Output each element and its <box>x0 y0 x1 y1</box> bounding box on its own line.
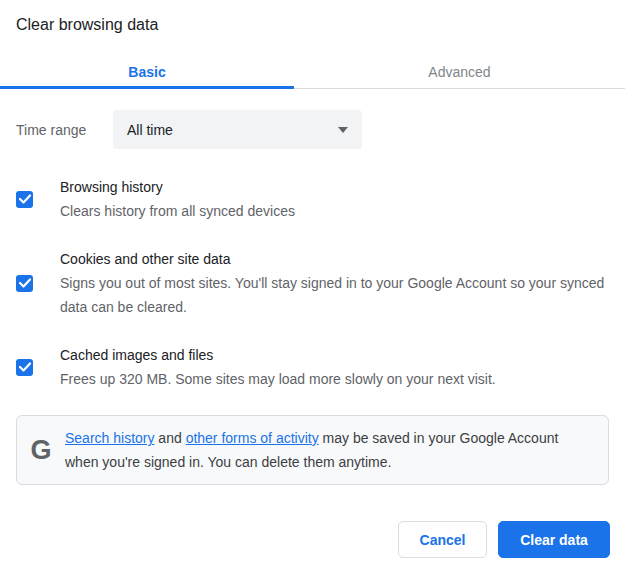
checkmark-icon <box>19 278 31 288</box>
checkbox-label: Cached images and files <box>60 343 609 367</box>
checkbox-row-cookies: Cookies and other site data Signs you ou… <box>16 247 609 319</box>
clear-data-button[interactable]: Clear data <box>498 521 610 558</box>
notice-text: Search history and other forms of activi… <box>65 426 592 474</box>
search-history-link[interactable]: Search history <box>65 430 154 446</box>
browsing-history-checkbox[interactable] <box>16 191 33 208</box>
tab-advanced[interactable]: Advanced <box>294 55 625 88</box>
dialog-footer: Cancel Clear data <box>398 521 610 558</box>
tab-strip: Basic Advanced <box>0 55 625 89</box>
checkbox-label: Cookies and other site data <box>60 247 609 271</box>
checkbox-row-cached-images: Cached images and files Frees up 320 MB.… <box>16 343 609 391</box>
checkbox-row-browsing-history: Browsing history Clears history from all… <box>16 175 609 223</box>
time-range-dropdown[interactable]: All time <box>113 110 362 149</box>
tab-basic[interactable]: Basic <box>0 55 294 88</box>
checkbox-text-block: Browsing history Clears history from all… <box>60 175 609 223</box>
checkbox-text-block: Cached images and files Frees up 320 MB.… <box>60 343 609 391</box>
clear-browsing-data-dialog: Clear browsing data Basic Advanced Time … <box>0 0 625 575</box>
time-range-label: Time range <box>16 122 113 138</box>
cached-images-checkbox[interactable] <box>16 359 33 376</box>
selected-tab-indicator <box>0 86 294 89</box>
google-g-icon: G <box>17 437 65 464</box>
chevron-down-icon <box>338 127 348 133</box>
google-account-notice: G Search history and other forms of acti… <box>16 415 609 485</box>
checkmark-icon <box>19 362 31 372</box>
dialog-content: Time range All time Browsing history Cle… <box>0 110 625 391</box>
checkmark-icon <box>19 194 31 204</box>
time-range-selected-value: All time <box>127 122 173 138</box>
checkbox-text-block: Cookies and other site data Signs you ou… <box>60 247 609 319</box>
checkbox-description: Clears history from all synced devices <box>60 199 609 223</box>
time-range-row: Time range All time <box>16 110 609 149</box>
cookies-checkbox[interactable] <box>16 275 33 292</box>
other-forms-of-activity-link[interactable]: other forms of activity <box>186 430 319 446</box>
dialog-title: Clear browsing data <box>0 0 625 34</box>
checkbox-label: Browsing history <box>60 175 609 199</box>
checkbox-description: Frees up 320 MB. Some sites may load mor… <box>60 367 609 391</box>
notice-connector: and <box>154 430 185 446</box>
checkbox-description: Signs you out of most sites. You'll stay… <box>60 271 609 319</box>
cancel-button[interactable]: Cancel <box>398 521 487 558</box>
